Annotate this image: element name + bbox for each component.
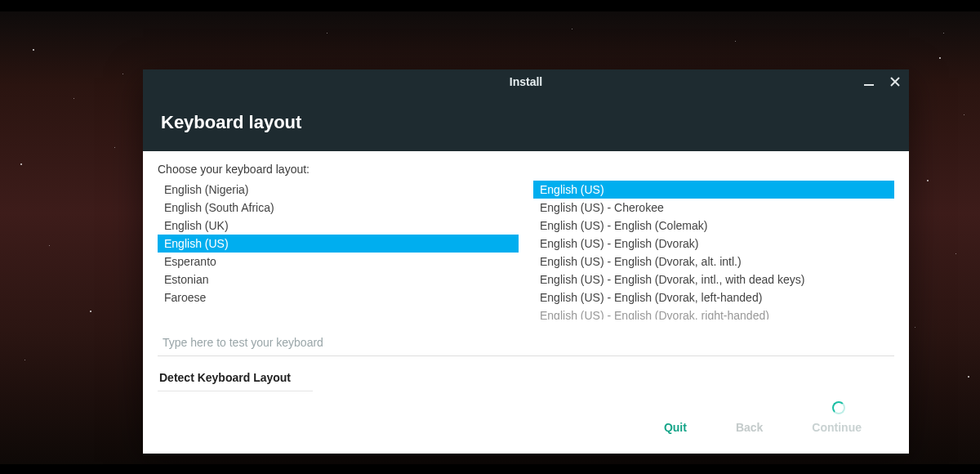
variant-item[interactable]: English (US) - English (Dvorak, alt. int… [533,253,894,271]
page-heading-strip: Keyboard layout [143,94,909,151]
layout-item[interactable]: English (US) [158,235,519,253]
loading-spinner-icon [832,401,845,414]
titlebar[interactable]: Install [143,69,909,94]
layout-listbox[interactable]: English (Nigeria)English (South Africa)E… [158,181,519,320]
window-controls [862,69,902,94]
variant-item[interactable]: English (US) [533,181,894,199]
close-icon[interactable] [888,74,902,89]
layout-item[interactable]: Faroese [158,288,519,306]
letterbox-bottom [0,464,980,474]
variant-item[interactable]: English (US) - English (Dvorak, intl., w… [533,271,894,288]
variant-item[interactable]: English (US) - English (Dvorak, right-ha… [533,306,894,320]
installer-window: Install Keyboard layout Choose your keyb… [143,69,909,454]
layout-item[interactable]: English (South Africa) [158,199,519,217]
back-button: Back [736,421,763,434]
layout-item[interactable]: English (UK) [158,217,519,235]
window-title: Install [510,75,542,88]
layout-item[interactable]: English (Nigeria) [158,181,519,199]
minimize-icon[interactable] [862,74,876,89]
page-title: Keyboard layout [161,112,301,133]
variant-item[interactable]: English (US) - English (Dvorak) [533,235,894,253]
quit-button[interactable]: Quit [664,421,687,434]
content-area: Choose your keyboard layout: English (Ni… [143,151,909,454]
layout-item[interactable]: Estonian [158,271,519,288]
variant-item[interactable]: English (US) - English (Dvorak, left-han… [533,288,894,306]
footer-actions: Quit Back Continue [158,414,894,445]
test-keyboard-input[interactable] [158,329,894,356]
svg-rect-0 [864,84,874,86]
variant-item[interactable]: English (US) - Cherokee [533,199,894,217]
layout-lists-row: English (Nigeria)English (South Africa)E… [158,181,894,320]
continue-button: Continue [812,421,862,434]
layout-item[interactable]: Esperanto [158,253,519,271]
letterbox-top [0,0,980,11]
detect-keyboard-button[interactable]: Detect Keyboard Layout [158,364,313,391]
choose-layout-label: Choose your keyboard layout: [158,163,894,176]
variant-listbox[interactable]: English (US)English (US) - CherokeeEngli… [533,181,894,320]
variant-item[interactable]: English (US) - English (Colemak) [533,217,894,235]
